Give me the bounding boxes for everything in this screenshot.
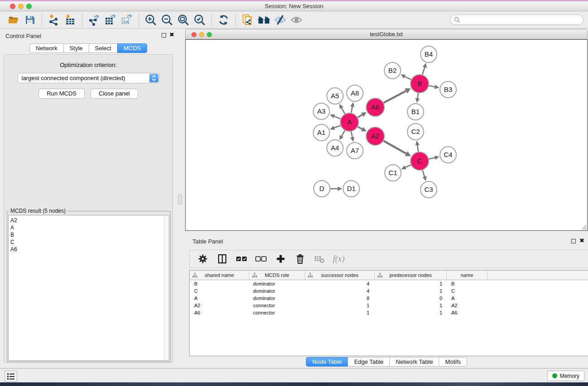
graph-edge-A-A1[interactable] — [334, 125, 340, 128]
mcds-result-item[interactable]: B — [10, 231, 169, 238]
table-cell[interactable]: 1 — [305, 310, 375, 315]
refresh-icon[interactable] — [215, 13, 232, 27]
network-window-titlebar[interactable]: testGlobe.txt — [185, 29, 588, 39]
graph-edge-A-A2[interactable] — [358, 127, 362, 129]
tab-network[interactable]: Network — [29, 43, 64, 53]
graph-edge-A-A8[interactable] — [351, 107, 353, 113]
table-row[interactable]: Adominator80A — [190, 295, 588, 302]
table-cell[interactable]: 1 — [375, 303, 447, 308]
table-cell[interactable]: 1 — [375, 281, 447, 286]
graph-edge-C-C2[interactable] — [417, 145, 418, 152]
resize-grip-icon[interactable] — [580, 224, 587, 230]
graph-edge-A-A5[interactable] — [342, 108, 345, 114]
table-cell[interactable]: A — [190, 295, 249, 301]
close-panel-icon[interactable]: ✖ — [169, 33, 174, 37]
graph-edge-C-C4[interactable] — [429, 158, 435, 159]
zoom-fit-icon[interactable] — [175, 13, 191, 27]
table-cell[interactable]: 1 — [375, 310, 447, 315]
panel-splitter[interactable] — [177, 29, 185, 368]
table-row[interactable]: Cdominator41C — [190, 287, 588, 295]
table-cell[interactable]: 4 — [305, 281, 375, 286]
run-mcds-button[interactable]: Run MCDS — [38, 89, 85, 99]
export-network-icon[interactable] — [86, 13, 102, 27]
mcds-result-item[interactable]: C — [10, 238, 169, 246]
table-cell[interactable]: dominator — [249, 295, 305, 301]
graph-edge-B-B3[interactable] — [429, 86, 435, 87]
export-image-icon[interactable] — [119, 13, 135, 27]
table-cell[interactable]: 1 — [305, 303, 375, 308]
delete-table-icon[interactable] — [313, 253, 326, 265]
open-file-icon[interactable] — [5, 13, 22, 27]
search-field[interactable] — [450, 14, 583, 25]
zoom-in-icon[interactable] — [143, 13, 159, 27]
tab-edge-table[interactable]: Edge Table — [348, 357, 390, 367]
table-cell[interactable]: dominator — [249, 281, 305, 286]
tab-style[interactable]: Style — [63, 43, 89, 53]
table-cell[interactable]: B — [447, 281, 488, 286]
mcds-result-item[interactable]: A — [10, 224, 169, 231]
add-row-icon[interactable] — [274, 253, 287, 265]
table-cell[interactable]: 0 — [375, 295, 447, 301]
minimize-network-button[interactable] — [199, 32, 204, 37]
close-network-button[interactable] — [191, 32, 196, 37]
float-panel-icon[interactable] — [162, 33, 166, 38]
criterion-dropdown[interactable]: largest connected component (directed) — [18, 73, 159, 83]
tab-network-table[interactable]: Network Table — [389, 357, 439, 367]
close-window-button[interactable] — [10, 4, 15, 9]
graph-edge-B-B2[interactable] — [405, 76, 411, 80]
first-neighbors-icon[interactable] — [256, 13, 272, 27]
hide-selected-icon[interactable] — [272, 13, 288, 27]
table-cell[interactable]: C — [190, 288, 249, 294]
task-history-button[interactable] — [5, 371, 17, 382]
table-row[interactable]: A2connector11A2 — [190, 302, 588, 309]
graph-edge-A-A6[interactable] — [358, 114, 362, 117]
table-cell[interactable]: connector — [249, 303, 305, 308]
show-all-icon[interactable] — [288, 13, 305, 27]
graph-edge-A-A3[interactable] — [334, 116, 340, 119]
search-input[interactable] — [463, 17, 583, 23]
graph-edge-B-B4[interactable] — [422, 67, 425, 75]
graph-edge-A-A7[interactable] — [351, 132, 352, 138]
column-header-successor-nodes[interactable]: successor nodes — [305, 271, 375, 280]
table-settings-icon[interactable] — [196, 253, 209, 265]
memory-button[interactable]: Memory — [547, 371, 584, 381]
zoom-selected-icon[interactable] — [191, 13, 208, 27]
import-network-icon[interactable] — [46, 13, 62, 27]
graph-edge-C-C1[interactable] — [406, 165, 411, 167]
float-table-panel-icon[interactable] — [571, 239, 576, 243]
table-cell[interactable]: C — [447, 288, 488, 294]
zoom-network-button[interactable] — [207, 32, 212, 37]
graph-edge-A6-B[interactable] — [384, 91, 406, 103]
tab-motifs[interactable]: Motifs — [439, 357, 467, 367]
table-cell[interactable]: connector — [249, 310, 305, 315]
table-cell[interactable]: 4 — [305, 288, 375, 294]
tab-node-table[interactable]: Node Table — [306, 357, 349, 367]
network-canvas[interactable]: B4B2BB3A8A5A6A3B1AC2A1A2A4A7C4CC1DD1C3 — [185, 39, 588, 231]
table-cell[interactable]: A6 — [190, 310, 249, 315]
tab-mcds[interactable]: MCDS — [117, 43, 147, 53]
table-cell[interactable]: 1 — [375, 288, 447, 294]
mcds-result-list[interactable]: A2ABCA6 — [8, 215, 169, 361]
table-cell[interactable]: B — [190, 281, 249, 286]
dropdown-stepper-icon[interactable] — [149, 74, 158, 82]
tab-select[interactable]: Select — [89, 43, 118, 53]
column-header-name[interactable]: name — [447, 271, 488, 280]
mcds-list-scrollbar[interactable] — [164, 215, 169, 360]
minimize-window-button[interactable] — [18, 4, 24, 9]
zoom-out-icon[interactable] — [159, 13, 175, 27]
deselect-all-icon[interactable] — [255, 253, 268, 265]
splitter-handle[interactable] — [178, 195, 182, 205]
network-graph[interactable]: B4B2BB3A8A5A6A3B1AC2A1A2A4A7C4CC1DD1C3 — [186, 40, 587, 230]
close-table-panel-icon[interactable]: ✖ — [579, 238, 584, 243]
export-table-icon[interactable] — [102, 13, 119, 27]
table-row[interactable]: Bdominator41B — [190, 280, 588, 287]
table-cell[interactable]: A6 — [447, 310, 488, 315]
zoom-window-button[interactable] — [26, 4, 32, 9]
show-columns-icon[interactable] — [216, 253, 229, 265]
node-table[interactable]: shared nameMCDS rolesuccessor nodesprede… — [189, 270, 588, 356]
delete-row-icon[interactable] — [294, 253, 306, 265]
table-cell[interactable]: dominator — [249, 288, 305, 294]
column-header-MCDS-role[interactable]: MCDS role — [249, 271, 305, 280]
table-row[interactable]: A6connector11A6 — [190, 309, 588, 316]
select-all-icon[interactable] — [235, 253, 248, 265]
